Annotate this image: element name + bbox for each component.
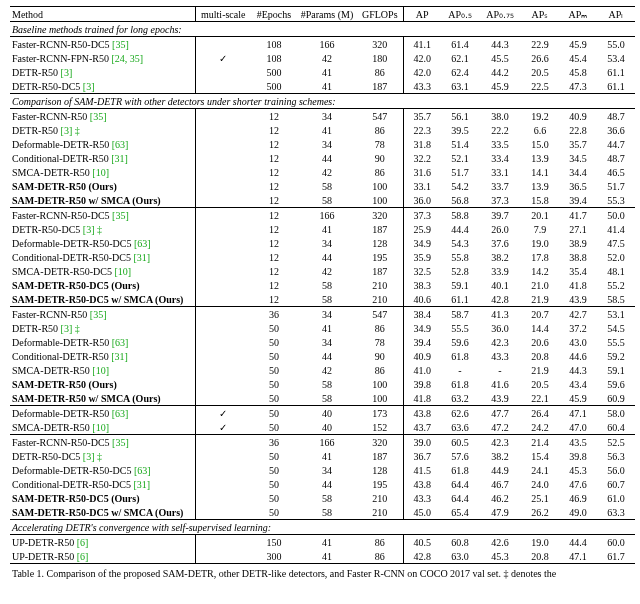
cell-gflops: 187 xyxy=(357,222,403,236)
reference: [3] ‡ xyxy=(61,323,80,334)
cell-ap50: 52.1 xyxy=(441,151,479,165)
cell-params: 58 xyxy=(297,292,357,307)
cell-method: SAM-DETR-R50-DC5 (Ours) xyxy=(10,278,195,292)
table-row: DETR-R50-DC5 [3] ‡504118736.757.638.215.… xyxy=(10,449,635,463)
cell-ap: 42.8 xyxy=(403,549,441,564)
cell-gflops: 86 xyxy=(357,363,403,377)
cell-epochs: 500 xyxy=(251,65,297,79)
cell-params: 58 xyxy=(297,391,357,406)
cell-method: Deformable-DETR-R50 [63] xyxy=(10,137,195,151)
cell-apm: 34.5 xyxy=(559,151,597,165)
cell-aps: 22.9 xyxy=(521,37,559,52)
cell-aps: 19.2 xyxy=(521,109,559,124)
cell-method: DETR-R50 [3] ‡ xyxy=(10,123,195,137)
cell-params: 44 xyxy=(297,349,357,363)
cell-apm: 38.9 xyxy=(559,236,597,250)
method-name: SMCA-DETR-R50 xyxy=(12,167,90,178)
reference: [63] xyxy=(112,408,129,419)
cell-ap50: 63.1 xyxy=(441,79,479,94)
cell-apm: 45.4 xyxy=(559,51,597,65)
cell-multiscale xyxy=(195,377,251,391)
cell-apl: 59.2 xyxy=(597,349,635,363)
table-row: SAM-DETR-R50-DC5 w/ SMCA (Ours)125821040… xyxy=(10,292,635,307)
cell-multiscale xyxy=(195,65,251,79)
cell-params: 34 xyxy=(297,307,357,322)
cell-ap75: 33.5 xyxy=(479,137,521,151)
cell-gflops: 78 xyxy=(357,335,403,349)
cell-gflops: 180 xyxy=(357,51,403,65)
cell-aps: 22.1 xyxy=(521,391,559,406)
cell-apm: 47.0 xyxy=(559,420,597,435)
reference: [3] ‡ xyxy=(83,224,102,235)
table-row: Deformable-DETR-R50-DC5 [63]123412834.95… xyxy=(10,236,635,250)
check-icon xyxy=(219,422,227,433)
cell-epochs: 108 xyxy=(251,37,297,52)
cell-ap: 42.0 xyxy=(403,65,441,79)
cell-multiscale xyxy=(195,307,251,322)
cell-ap75: 38.2 xyxy=(479,449,521,463)
cell-params: 34 xyxy=(297,463,357,477)
cell-apl: 55.0 xyxy=(597,37,635,52)
cell-aps: 26.2 xyxy=(521,505,559,520)
method-name: Conditional-DETR-R50-DC5 xyxy=(12,479,131,490)
cell-method: Deformable-DETR-R50 [63] xyxy=(10,406,195,421)
method-name: Faster-RCNN-R50 xyxy=(12,111,87,122)
cell-multiscale xyxy=(195,278,251,292)
cell-params: 41 xyxy=(297,535,357,550)
cell-apl: 60.0 xyxy=(597,535,635,550)
cell-aps: 20.8 xyxy=(521,349,559,363)
cell-epochs: 12 xyxy=(251,151,297,165)
table-row: Deformable-DETR-R50-DC5 [63]503412841.56… xyxy=(10,463,635,477)
cell-ap75: 43.9 xyxy=(479,391,521,406)
cell-method: UP-DETR-R50 [6] xyxy=(10,535,195,550)
cell-ap: 32.5 xyxy=(403,264,441,278)
cell-ap: 34.9 xyxy=(403,321,441,335)
cell-ap50: 52.8 xyxy=(441,264,479,278)
cell-apl: 61.1 xyxy=(597,65,635,79)
cell-params: 166 xyxy=(297,208,357,223)
cell-epochs: 12 xyxy=(251,193,297,208)
cell-gflops: 320 xyxy=(357,435,403,450)
method-name: Faster-RCNN-R50 xyxy=(12,309,87,320)
cell-epochs: 50 xyxy=(251,377,297,391)
method-name: Faster-RCNN-FPN-R50 xyxy=(12,53,109,64)
method-name: SAM-DETR-R50 (Ours) xyxy=(12,181,117,192)
cell-apm: 45.8 xyxy=(559,65,597,79)
section-header: Accelerating DETR's convergence with sel… xyxy=(10,520,635,535)
method-name: Deformable-DETR-R50 xyxy=(12,337,109,348)
cell-epochs: 50 xyxy=(251,449,297,463)
cell-method: SMCA-DETR-R50-DC5 [10] xyxy=(10,264,195,278)
cell-apl: 59.1 xyxy=(597,363,635,377)
cell-apm: 41.7 xyxy=(559,208,597,223)
cell-ap75: 41.6 xyxy=(479,377,521,391)
cell-gflops: 210 xyxy=(357,292,403,307)
cell-aps: 14.1 xyxy=(521,165,559,179)
cell-gflops: 100 xyxy=(357,179,403,193)
cell-ap75: 46.2 xyxy=(479,491,521,505)
cell-gflops: 320 xyxy=(357,37,403,52)
cell-apm: 43.0 xyxy=(559,335,597,349)
cell-params: 44 xyxy=(297,250,357,264)
cell-ap50: 56.1 xyxy=(441,109,479,124)
cell-aps: 13.9 xyxy=(521,151,559,165)
col-epochs: #Epochs xyxy=(251,7,297,22)
cell-gflops: 90 xyxy=(357,349,403,363)
table-row: SMCA-DETR-R50 [10]12428631.651.733.114.1… xyxy=(10,165,635,179)
cell-method: Conditional-DETR-R50 [31] xyxy=(10,349,195,363)
cell-method: DETR-R50-DC5 [3] xyxy=(10,79,195,94)
cell-ap50: - xyxy=(441,363,479,377)
cell-apm: 44.4 xyxy=(559,535,597,550)
cell-gflops: 173 xyxy=(357,406,403,421)
reference: [6] xyxy=(77,537,89,548)
col-apl: APₗ xyxy=(597,7,635,22)
cell-gflops: 210 xyxy=(357,505,403,520)
cell-multiscale xyxy=(195,193,251,208)
cell-epochs: 50 xyxy=(251,505,297,520)
table-row: SAM-DETR-R50 (Ours)125810033.154.233.713… xyxy=(10,179,635,193)
cell-apl: 46.5 xyxy=(597,165,635,179)
cell-apl: 53.4 xyxy=(597,51,635,65)
table-row: SMCA-DETR-R50 [10]504015243.763.647.224.… xyxy=(10,420,635,435)
cell-epochs: 12 xyxy=(251,137,297,151)
cell-epochs: 108 xyxy=(251,51,297,65)
cell-params: 44 xyxy=(297,151,357,165)
